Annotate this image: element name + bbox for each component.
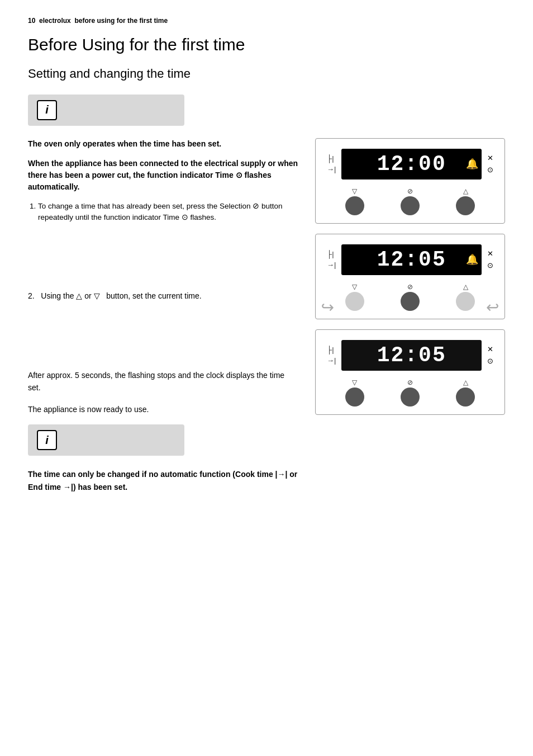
panel-3-arrows: ├| →| [327,346,336,365]
arrow-left-top-1: ├| [327,154,336,163]
panel-3-inner: ├| →| 12:05 ✕ ⊙ [327,340,493,371]
btn-col-mid-2: ⊘ [401,283,420,311]
btn-col-right-1: △ [456,187,475,215]
arrow-left-bot-2: →| [327,261,336,269]
icon-clock-2: ⊙ [487,261,493,270]
btn-col-right-3: △ [456,379,475,407]
panel-1-right-icons: ✕ ⊙ [487,154,493,174]
btn-down-label-2: ▽ [352,283,357,291]
btn-down-3[interactable] [345,388,364,407]
page-number: 10 [28,17,35,25]
final-bold-text: The time can only be changed if no autom… [28,468,298,493]
right-column: ├| →| 12:00 🔔 ✕ ⊙ ▽ ⊘ [315,138,505,415]
page-title: Before Using for the first time [28,35,505,55]
btn-mid-label-2: ⊘ [407,283,413,291]
steps-list: To change a time that has already been s… [38,201,298,224]
btn-col-left-2: ▽ [345,283,364,311]
btn-col-mid-3: ⊘ [401,379,420,407]
section-label: before using for the first time [74,17,168,25]
panel-1-arrows: ├| →| [327,154,336,173]
step-2: 2. Using the △ or ▽ button, set the curr… [28,290,298,302]
btn-col-mid-1: ⊘ [401,187,420,215]
btn-down-2[interactable] [345,292,364,311]
step-1: To change a time that has already been s… [38,201,298,224]
btn-up-label-3: △ [463,379,468,386]
display-3: 12:05 [341,340,482,371]
display-time-1: 12:00 [377,152,446,176]
display-1: 12:00 🔔 [341,149,482,179]
info-icon-1: i [37,100,57,120]
header: 10 electrolux before using for the first… [28,17,505,25]
bell-icon-2: 🔔 [466,253,479,266]
icon-clock-1: ⊙ [487,166,493,174]
arrow-left-bot-1: →| [327,165,336,173]
btn-down-label-1: ▽ [352,187,357,195]
btn-col-left-3: ▽ [345,379,364,407]
section-title: Setting and changing the time [28,66,505,82]
panel-1-inner: ├| →| 12:00 🔔 ✕ ⊙ [327,149,493,179]
btn-up-1[interactable] [456,196,475,215]
icon-clock-3: ⊙ [487,357,493,365]
panel-2-buttons: ↩ ▽ ⊘ △ ↩ [327,283,493,311]
btn-mid-1[interactable] [401,196,420,215]
oven-panel-1: ├| →| 12:00 🔔 ✕ ⊙ ▽ ⊘ [315,138,505,224]
display-2: 12:05 🔔 [341,244,482,275]
icon-x-3: ✕ [487,345,493,353]
info-box-1: i [28,94,184,126]
btn-up-label-2: △ [463,283,468,291]
btn-col-right-2: △ [456,283,475,311]
bold-intro-1: The oven only operates when the time has… [28,138,298,150]
oven-panel-2: ├| →| 12:05 🔔 ✕ ⊙ ↩ ▽ [315,234,505,319]
icon-x-2: ✕ [487,249,493,258]
btn-mid-3[interactable] [401,388,420,407]
panel-2-inner: ├| →| 12:05 🔔 ✕ ⊙ [327,244,493,275]
main-content: The oven only operates when the time has… [28,138,505,493]
btn-mid-label-3: ⊘ [407,379,413,386]
btn-up-2[interactable] [456,292,475,311]
panel-3-buttons: ▽ ⊘ △ [327,379,493,407]
oven-panel-3: ├| →| 12:05 ✕ ⊙ ▽ ⊘ [315,329,505,415]
panel-2-arrows: ├| →| [327,250,336,269]
panel-2-right-icons: ✕ ⊙ [487,249,493,270]
icon-x-1: ✕ [487,154,493,162]
arrow-left-top-2: ├| [327,250,336,258]
after-text-1: After approx. 5 seconds, the flashing st… [28,369,298,394]
brand-name: electrolux [39,17,71,25]
btn-down-label-3: ▽ [352,379,357,386]
btn-up-3[interactable] [456,388,475,407]
finger-right-arrow: ↩ [486,298,499,316]
left-column: The oven only operates when the time has… [28,138,298,493]
time-symbol-1: ⊙ [236,171,245,179]
btn-down-1[interactable] [345,196,364,215]
btn-col-left-1: ▽ [345,187,364,215]
btn-up-label-1: △ [463,187,468,195]
bold-intro-2: When the appliance has been connected to… [28,158,298,193]
arrow-left-top-3: ├| [327,346,336,354]
panel-1-buttons: ▽ ⊘ △ [327,187,493,215]
info-icon-2: i [37,430,57,450]
finger-left-arrow: ↩ [321,298,334,316]
arrow-left-bot-3: →| [327,356,336,365]
display-time-3: 12:05 [377,343,446,367]
btn-mid-2[interactable] [401,292,420,311]
info-box-2: i [28,424,184,456]
btn-mid-label-1: ⊘ [407,187,413,195]
bell-icon-1: 🔔 [466,158,479,170]
panel-3-right-icons: ✕ ⊙ [487,345,493,365]
display-time-2: 12:05 [377,248,446,272]
after-text-2: The appliance is now ready to use. [28,403,298,415]
